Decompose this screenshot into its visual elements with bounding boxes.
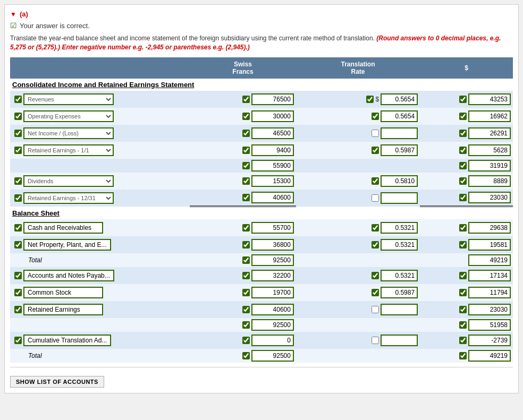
acctpay-francs-check[interactable]	[242, 272, 250, 279]
comstock-rate-check[interactable]	[372, 289, 379, 296]
cumtrans-rate-input[interactable]	[381, 335, 418, 346]
revenues-rate-check[interactable]	[366, 96, 374, 103]
netincome-rate-input[interactable]	[381, 127, 418, 139]
re12-dropdown[interactable]: Retained Earnings - 12/31	[23, 192, 114, 204]
acctpay-dollars-check[interactable]	[459, 272, 467, 279]
cumtrans-dollars-check[interactable]	[459, 337, 467, 344]
opex-francs-check[interactable]	[242, 113, 250, 120]
cash-rate-input[interactable]	[381, 222, 418, 234]
re12-francs-check[interactable]	[242, 194, 250, 201]
acctpay-dollars-input[interactable]	[468, 270, 511, 281]
re12-rate-check[interactable]	[372, 194, 379, 202]
acctpay-rate-input[interactable]	[381, 270, 418, 281]
comstock-francs-check[interactable]	[242, 289, 250, 296]
show-list-button[interactable]: SHOW LIST OF ACCOUNTS	[10, 376, 104, 388]
rebs-rate-check[interactable]	[372, 306, 379, 313]
total1-francs-check[interactable]	[242, 256, 250, 264]
netprop-francs-check[interactable]	[242, 241, 250, 248]
total1-dollars-input[interactable]	[468, 254, 511, 266]
re1-checkbox[interactable]	[14, 147, 22, 154]
revenues-rate-input[interactable]	[381, 93, 418, 105]
netincome-rate-check[interactable]	[372, 130, 379, 137]
opex-francs-input[interactable]	[251, 110, 294, 122]
re1-dropdown[interactable]: Retained Earnings - 1/1	[23, 144, 114, 156]
cash-dollars-input[interactable]	[468, 222, 511, 234]
netincome-checkbox[interactable]	[14, 130, 22, 137]
rebs-checkbox[interactable]	[14, 306, 22, 313]
dividends-rate-check[interactable]	[372, 177, 379, 185]
total2-francs-input[interactable]	[251, 350, 294, 362]
cumtrans-francs-check[interactable]	[242, 337, 250, 344]
comstock-dollars-input[interactable]	[468, 287, 511, 298]
re12-rate-input[interactable]	[381, 192, 418, 204]
revenues-checkbox[interactable]	[14, 96, 22, 103]
acctpay-francs-input[interactable]	[251, 270, 294, 281]
subtotal1-dollars-input[interactable]	[468, 160, 511, 172]
cumtrans-rate-check[interactable]	[372, 337, 379, 344]
opex-dropdown[interactable]: Operating Expenses	[23, 110, 114, 122]
cash-rate-check[interactable]	[372, 224, 379, 232]
dividends-francs-input[interactable]	[251, 175, 294, 187]
re1-dollars-input[interactable]	[468, 144, 511, 156]
subtotal2-dollars-input[interactable]	[468, 319, 511, 331]
subtotal2-francs-check[interactable]	[242, 321, 250, 329]
revenues-dropdown[interactable]: Revenues	[23, 93, 114, 105]
revenues-dollars-input[interactable]	[468, 93, 511, 105]
cumtrans-francs-input[interactable]	[251, 335, 294, 346]
comstock-francs-input[interactable]	[251, 287, 294, 298]
comstock-dollars-check[interactable]	[459, 289, 467, 296]
re1-francs-input[interactable]	[251, 144, 294, 156]
total1-francs-input[interactable]	[251, 254, 294, 266]
cumtrans-checkbox[interactable]	[14, 337, 22, 344]
re12-checkbox[interactable]	[14, 194, 22, 202]
total2-francs-check[interactable]	[242, 352, 250, 359]
revenues-dollars-check[interactable]	[459, 96, 467, 103]
opex-rate-check[interactable]	[372, 113, 379, 120]
netprop-rate-input[interactable]	[381, 239, 418, 251]
rebs-francs-input[interactable]	[251, 304, 294, 315]
netincome-dollars-input[interactable]	[468, 127, 511, 139]
opex-dollars-check[interactable]	[459, 113, 467, 120]
subtotal2-dollars-check[interactable]	[459, 321, 467, 329]
netincome-dropdown[interactable]: Net Income / (Loss)	[23, 127, 114, 139]
cash-francs-check[interactable]	[242, 224, 250, 232]
acctpay-checkbox[interactable]	[14, 272, 22, 279]
netprop-dollars-input[interactable]	[468, 239, 511, 251]
subtotal1-francs-input[interactable]	[251, 160, 294, 172]
re1-dollars-check[interactable]	[459, 147, 467, 154]
rebs-rate-input[interactable]	[381, 304, 418, 315]
cash-checkbox[interactable]	[14, 224, 22, 232]
rebs-dollars-input[interactable]	[468, 304, 511, 315]
netprop-rate-check[interactable]	[372, 241, 379, 248]
re12-dollars-check[interactable]	[459, 194, 467, 201]
rebs-francs-check[interactable]	[242, 306, 250, 313]
cash-dollars-check[interactable]	[459, 224, 467, 232]
subtotal1-francs-check[interactable]	[242, 162, 250, 169]
netprop-dollars-check[interactable]	[459, 241, 467, 248]
comstock-checkbox[interactable]	[14, 289, 22, 296]
acctpay-rate-check[interactable]	[372, 272, 379, 279]
dividends-dropdown[interactable]: Dividends	[23, 175, 114, 187]
dividends-rate-input[interactable]	[381, 175, 418, 187]
re1-rate-check[interactable]	[372, 147, 379, 154]
dividends-checkbox[interactable]	[14, 177, 22, 185]
dividends-dollars-input[interactable]	[468, 175, 511, 187]
dividends-francs-check[interactable]	[242, 177, 250, 185]
re12-francs-input[interactable]	[251, 192, 294, 203]
total2-dollars-check[interactable]	[459, 352, 467, 359]
opex-dollars-input[interactable]	[468, 110, 511, 122]
revenues-francs-input[interactable]	[251, 93, 294, 105]
netincome-francs-check[interactable]	[242, 130, 250, 137]
subtotal2-francs-input[interactable]	[251, 319, 294, 331]
netprop-checkbox[interactable]	[14, 241, 22, 248]
revenues-francs-check[interactable]	[242, 96, 250, 103]
total2-dollars-input[interactable]	[468, 350, 511, 362]
comstock-rate-input[interactable]	[381, 287, 418, 298]
opex-rate-input[interactable]	[381, 110, 418, 122]
netincome-francs-input[interactable]	[251, 127, 294, 139]
re1-rate-input[interactable]	[381, 144, 418, 156]
rebs-dollars-check[interactable]	[459, 306, 467, 313]
dividends-dollars-check[interactable]	[459, 177, 467, 185]
re1-francs-check[interactable]	[242, 147, 250, 154]
netincome-dollars-check[interactable]	[459, 130, 467, 137]
